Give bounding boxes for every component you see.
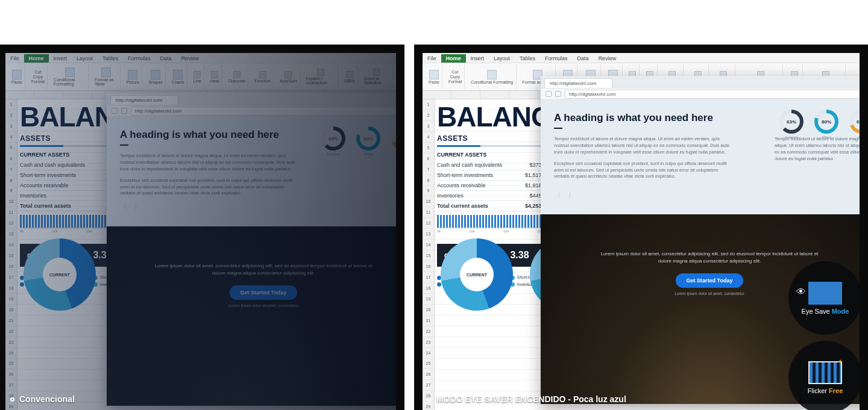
hero-paragraph-side: Tempor incididunt ut labore et dolore ma… (775, 136, 860, 163)
browser-window[interactable]: http://digitalworld.com A heading is wha… (107, 93, 396, 406)
spark-axis: 5k10k15k20k (437, 229, 543, 233)
back-icon[interactable] (546, 91, 552, 97)
url-input[interactable] (565, 90, 860, 99)
donut-america: 63% (779, 110, 804, 134)
tool-cond-format[interactable]: Conditional Formatting (51, 64, 89, 89)
hero-paragraph: Excepteur sint occaecat cupidatat non pr… (554, 161, 735, 181)
browser-tab[interactable]: http://digitalworld.com (544, 78, 612, 88)
donut-chart: CURRENT (441, 238, 513, 311)
tab-data[interactable]: Data (156, 54, 177, 63)
screen-right: File Home Insert Layout Tables Formulas … (423, 53, 860, 410)
tool-paste[interactable]: Paste (426, 64, 442, 89)
tool-line[interactable]: Line (191, 64, 204, 89)
carousel-arrows[interactable]: 〈 〉 (554, 190, 860, 200)
tab-data[interactable]: Data (573, 54, 594, 63)
donut-america: 63% (321, 126, 345, 151)
screen-left: File Home Insert Layout Tables Formulas … (5, 53, 396, 410)
cta-paragraph: Lorem ipsum dolor sit amet, consectetur … (595, 250, 824, 265)
spark-bar (437, 215, 543, 228)
table-row: Accounts receivable$1,918. (437, 181, 543, 191)
badge-label: Eye Save Mode (802, 308, 849, 315)
tool-heat[interactable]: Heat (208, 64, 222, 89)
table-row-total: Total current assets$4,253. (437, 201, 543, 211)
table-row: Inventories$445. (437, 191, 543, 201)
tab-insert[interactable]: Insert (49, 54, 72, 63)
ribbon-toolbar: Paste CutCopyFormat Conditional Formatti… (5, 63, 396, 90)
tool-format-table[interactable]: Format as Table (92, 64, 121, 89)
forward-icon[interactable] (555, 91, 561, 97)
table-row: Cash and cash equivalents$373. (437, 160, 543, 170)
tool-paste[interactable]: Paste (9, 64, 25, 89)
tab-formulas[interactable]: Formulas (540, 54, 573, 63)
table-row: Short-term investments$1,517. (437, 170, 543, 181)
badge-eye-save-mode: Eye Save Mode (788, 261, 860, 335)
browser-tabbar: http://digitalworld.com (107, 93, 396, 105)
donut-caption: Africa (822, 135, 831, 139)
tab-layout[interactable]: Layout (489, 54, 515, 63)
tool-function[interactable]: Function (252, 64, 274, 89)
cta-paragraph: Lorem ipsum dolor sit amet, consectetur … (149, 262, 378, 277)
ribbon-tabs: File Home Insert Layout Tables Formulas … (5, 53, 396, 63)
browser-tab[interactable]: http://digitalworld.com (110, 95, 178, 105)
webpage: A heading is what you need here Tempor i… (107, 117, 396, 406)
hero-section: A heading is what you need here Tempor i… (541, 100, 860, 214)
hero-rule (120, 144, 128, 146)
tab-file[interactable]: File (5, 54, 24, 63)
monitor-eye-saver: File Home Insert Layout Tables Formulas … (414, 45, 868, 410)
bullet-icon (10, 397, 14, 402)
tab-formulas[interactable]: Formulas (123, 54, 156, 63)
hero-paragraph: Tempor incididunt ut labore et dolore ma… (554, 136, 735, 156)
browser-addressbar (541, 88, 860, 100)
tool-clipboard[interactable]: CutCopyFormat (29, 64, 48, 89)
cta-subtext: Lorem ipsum dolor sit amet, consectetur (125, 303, 396, 308)
tool-autosum[interactable]: AutoSum (277, 64, 300, 89)
tab-file[interactable]: File (423, 54, 441, 63)
hero-paragraph: Excepteur sint occaecat cupidatat non pr… (120, 178, 301, 197)
donut-caption: America (327, 152, 340, 156)
tool-zoom100[interactable]: 100% (342, 64, 358, 89)
tool-zoom-sel[interactable]: Zoom to Selection (362, 64, 392, 89)
carousel-arrows[interactable]: 〈 〉 (120, 202, 396, 212)
browser-tabbar: http://digitalworld.com (541, 76, 860, 88)
donut-caption: Asia (858, 135, 860, 139)
caption-text: MODO EYE SAVER ENCENDIDO - Poca luz azul (436, 394, 626, 404)
donut-africa: 80% (356, 126, 380, 151)
forward-icon[interactable] (121, 108, 127, 114)
tab-review[interactable]: Review (594, 54, 621, 63)
donut-caption: America (785, 135, 798, 139)
tab-layout[interactable]: Layout (72, 54, 98, 63)
get-started-button[interactable]: Get Started Today (230, 285, 298, 300)
tab-tables[interactable]: Tables (98, 54, 123, 63)
hero-rule (554, 128, 562, 129)
tab-home[interactable]: Home (24, 54, 49, 63)
tool-clipboard[interactable]: CutCopyFormat (446, 64, 465, 89)
flicker-monitor-icon (808, 361, 842, 384)
donut-asia: 69% (849, 110, 860, 134)
tool-shapes[interactable]: Shapes (146, 64, 166, 89)
assets-rule (437, 145, 546, 147)
row-headers[interactable]: 1234567891011121314151617181920212223242… (423, 99, 435, 410)
caption-left: Convencional (10, 394, 75, 404)
donut-chart: CURRENT (24, 238, 96, 311)
hero-paragraph: Tempor incididunt ut labore et dolore ma… (120, 153, 301, 173)
tool-charts[interactable]: Charts (169, 64, 187, 89)
tool-outcome[interactable]: Outcome (226, 64, 248, 89)
badge-label: Flicker Free (808, 387, 843, 394)
back-icon[interactable] (112, 108, 118, 114)
cta-section: Lorem ipsum dolor sit amet, consectetur … (107, 226, 396, 406)
ribbon-tabs: File Home Insert Layout Tables Formulas … (423, 53, 860, 63)
tool-expand[interactable]: Expand / contraction (304, 64, 338, 89)
badge-flicker-free: Flicker Free (788, 341, 860, 410)
tool-cond-format[interactable]: Conditional Formatting (468, 64, 516, 89)
url-input[interactable] (131, 107, 396, 116)
get-started-button[interactable]: Get Started Today (676, 273, 744, 288)
donut-caption: Africa (363, 152, 373, 156)
tab-insert[interactable]: Insert (466, 54, 489, 63)
tab-tables[interactable]: Tables (515, 54, 540, 63)
tab-review[interactable]: Review (177, 54, 204, 63)
row-headers[interactable]: 1234567891011121314151617181920212223242… (5, 99, 17, 410)
tab-home[interactable]: Home (441, 54, 466, 63)
browser-addressbar (107, 105, 396, 117)
caption-text: Convencional (19, 394, 75, 404)
tool-picture[interactable]: Picture (124, 64, 143, 89)
